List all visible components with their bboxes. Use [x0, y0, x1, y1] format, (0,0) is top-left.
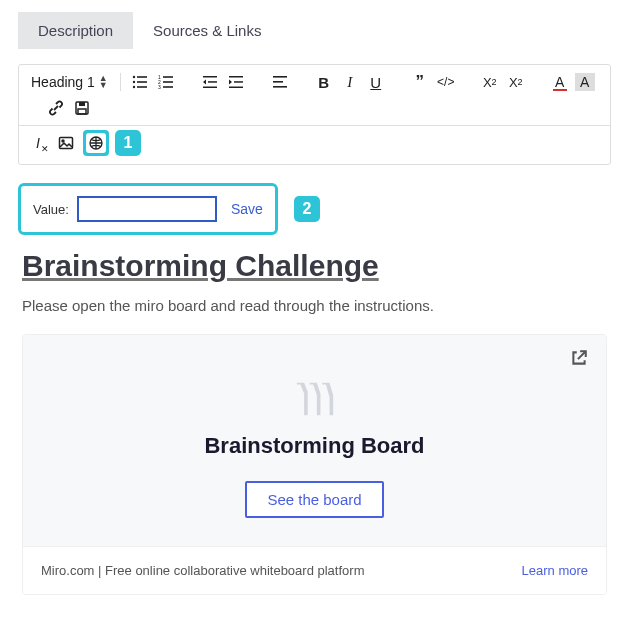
see-board-button[interactable]: See the board [245, 481, 383, 518]
svg-rect-7 [163, 76, 173, 78]
value-box: Value: Save [18, 183, 278, 235]
svg-rect-26 [60, 138, 73, 149]
svg-rect-25 [78, 109, 86, 114]
svg-point-2 [133, 81, 135, 83]
underline-button[interactable]: U [365, 71, 387, 93]
embed-title: Brainstorming Board [43, 433, 586, 459]
page-heading: Brainstorming Challenge [22, 249, 607, 283]
content-area: Brainstorming Challenge Please open the … [18, 249, 611, 595]
image-icon[interactable] [55, 132, 77, 154]
instructions-text: Please open the miro board and read thro… [22, 297, 607, 314]
svg-rect-21 [273, 81, 283, 83]
callout-2: 2 [294, 196, 320, 222]
svg-rect-16 [229, 76, 243, 78]
svg-rect-22 [273, 86, 287, 88]
svg-point-27 [62, 140, 64, 142]
value-label: Value: [33, 202, 69, 217]
svg-rect-1 [137, 76, 147, 78]
link-icon[interactable] [45, 97, 67, 119]
italic-button[interactable]: I [339, 71, 361, 93]
value-row: Value: Save 2 [18, 183, 611, 235]
svg-rect-9 [163, 81, 173, 83]
embed-body: Brainstorming Board See the board [23, 335, 606, 546]
embed-footer-text: Miro.com | Free online collaborative whi… [41, 563, 364, 578]
toolbar-row-2: I✕ 1 [19, 126, 610, 164]
value-input[interactable] [77, 196, 217, 222]
svg-rect-3 [137, 81, 147, 83]
svg-text:3: 3 [158, 84, 161, 90]
text-color-button[interactable]: A [549, 71, 571, 93]
svg-rect-15 [203, 87, 217, 89]
tab-sources[interactable]: Sources & Links [133, 12, 281, 49]
svg-rect-14 [208, 81, 217, 83]
editor: Heading 1 ▲▼ 123 B I U ” </> X2 X2 A [18, 64, 611, 165]
open-external-icon[interactable] [570, 349, 588, 371]
svg-marker-17 [229, 80, 232, 85]
callout-1: 1 [115, 130, 141, 156]
embed-button-highlight [83, 130, 109, 156]
embed-footer: Miro.com | Free online collaborative whi… [23, 546, 606, 594]
bullet-list-icon[interactable] [129, 71, 151, 93]
svg-rect-18 [234, 81, 243, 83]
embed-globe-icon[interactable] [86, 133, 106, 153]
save-icon[interactable] [71, 97, 93, 119]
quote-icon[interactable]: ” [409, 71, 431, 93]
subscript-button[interactable]: X2 [479, 71, 501, 93]
svg-rect-24 [79, 102, 85, 106]
separator [120, 73, 121, 91]
numbered-list-icon[interactable]: 123 [155, 71, 177, 93]
svg-rect-5 [137, 86, 147, 88]
svg-marker-13 [203, 80, 206, 85]
heading-dropdown[interactable]: Heading 1 ▲▼ [27, 72, 112, 92]
tabs: Description Sources & Links [18, 12, 611, 50]
svg-rect-12 [203, 76, 217, 78]
svg-point-0 [133, 76, 135, 78]
outdent-icon[interactable] [199, 71, 221, 93]
indent-icon[interactable] [225, 71, 247, 93]
dropdown-arrows-icon: ▲▼ [99, 75, 108, 89]
highlight-button[interactable]: A [575, 73, 595, 91]
align-icon[interactable] [269, 71, 291, 93]
clear-format-icon[interactable]: I✕ [27, 132, 49, 154]
svg-rect-20 [273, 76, 287, 78]
miro-logo-icon [43, 379, 586, 423]
code-icon[interactable]: </> [435, 71, 457, 93]
svg-rect-11 [163, 86, 173, 88]
learn-more-link[interactable]: Learn more [522, 563, 588, 578]
superscript-button[interactable]: X2 [505, 71, 527, 93]
bold-button[interactable]: B [313, 71, 335, 93]
save-button[interactable]: Save [231, 201, 263, 217]
miro-embed: Brainstorming Board See the board Miro.c… [22, 334, 607, 595]
heading-label: Heading 1 [31, 74, 95, 90]
tab-description[interactable]: Description [18, 12, 133, 49]
svg-point-4 [133, 86, 135, 88]
svg-rect-19 [229, 87, 243, 89]
toolbar: Heading 1 ▲▼ 123 B I U ” </> X2 X2 A [19, 65, 610, 126]
